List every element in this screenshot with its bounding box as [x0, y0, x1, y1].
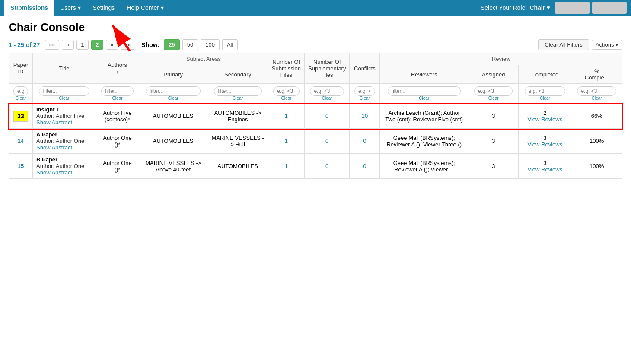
filter-primary-input[interactable] [146, 86, 201, 96]
filter-conflicts-input[interactable] [354, 86, 375, 96]
filter-conflicts-clear[interactable]: Clear [353, 96, 376, 101]
cell-conflicts-33: 10 [350, 104, 380, 129]
filter-submission-files-input[interactable] [273, 86, 299, 96]
nav-settings[interactable]: Settings [87, 0, 121, 16]
filter-assigned[interactable]: Clear [468, 84, 519, 104]
cell-supplementary-files-33: 0 [305, 104, 350, 129]
user-name [592, 2, 627, 14]
cell-completed-33: 2 View Reviews [519, 104, 571, 129]
cell-pct-15: 100% [571, 154, 622, 179]
filter-submission-files[interactable]: Clear [268, 84, 304, 104]
cell-secondary-14: MARINE VESSELS -> Hull [207, 129, 268, 154]
filter-supplementary-files-input[interactable] [310, 86, 344, 96]
cell-title-33: Insight 1 Author: Author Five Show Abstr… [33, 104, 96, 129]
paper-title-14: A Paper [36, 131, 92, 138]
filter-authors-input[interactable] [101, 86, 134, 96]
filter-pct-clear[interactable]: Clear [575, 96, 618, 101]
paper-author-14: Author: Author One [36, 138, 92, 144]
cell-paper-id-14: 14 [9, 129, 33, 154]
top-navigation: Submissions Users ▾ Settings Help Center… [0, 0, 631, 16]
avatar [555, 2, 590, 14]
filter-completed-input[interactable] [525, 86, 565, 96]
view-reviews-14[interactable]: View Reviews [522, 141, 567, 148]
filter-paper-id[interactable]: Clear [9, 84, 33, 104]
filter-secondary-clear[interactable]: Clear [211, 96, 264, 101]
filter-completed[interactable]: Clear [519, 84, 571, 104]
filter-title-clear[interactable]: Clear [36, 96, 92, 101]
filter-completed-clear[interactable]: Clear [522, 96, 567, 101]
cell-title-14: A Paper Author: Author One Show Abstract [33, 129, 96, 154]
pagination-prev[interactable]: « [62, 40, 74, 50]
cell-supplementary-files-15: 0 [305, 154, 350, 179]
role-value[interactable]: Chair ▾ [529, 4, 550, 11]
filter-supplementary-files[interactable]: Clear [305, 84, 350, 104]
col-group-subject-areas: Subject Areas [139, 53, 268, 65]
show-25[interactable]: 25 [164, 39, 179, 50]
nav-submissions[interactable]: Submissions [4, 0, 54, 16]
cell-conflicts-14: 0 [350, 129, 380, 154]
filter-title-input[interactable] [39, 86, 89, 96]
filter-secondary[interactable]: Clear [207, 84, 268, 104]
show-abstract-33[interactable]: Show Abstract [36, 119, 92, 126]
cell-paper-id-33: 33 [9, 104, 33, 129]
cell-assigned-14: 3 [468, 129, 519, 154]
pagination-info: 1 - 25 of 27 [9, 41, 40, 48]
col-group-review: Review [380, 53, 622, 65]
cell-submission-files-15: 1 [268, 154, 304, 179]
cell-authors-14: Author One ()* [96, 129, 139, 154]
pagination-first[interactable]: «« [45, 40, 59, 50]
show-100[interactable]: 100 [201, 39, 220, 50]
view-reviews-15[interactable]: View Reviews [522, 166, 567, 173]
col-group-supplementary-files: Number OfSupplementaryFiles [305, 53, 350, 84]
completed-val-15: 3 [522, 160, 567, 166]
cell-pct-33: 66% [571, 104, 622, 129]
clear-filters-button[interactable]: Clear All Filters [538, 39, 589, 50]
filter-authors-clear[interactable]: Clear [99, 96, 135, 101]
col-group-title: Title [33, 53, 96, 84]
table-row: 15 B Paper Author: Author One Show Abstr… [9, 154, 622, 179]
view-reviews-33[interactable]: View Reviews [522, 116, 567, 123]
filter-assigned-clear[interactable]: Clear [472, 96, 515, 101]
filter-authors[interactable]: Clear [96, 84, 139, 104]
pagination-page2[interactable]: 2 [91, 40, 103, 50]
role-label: Select Your Role: [481, 4, 527, 11]
cell-reviewers-33: Archie Leach (Grant); Author Two (cmt); … [380, 104, 468, 129]
filter-paper-id-input[interactable] [13, 86, 28, 96]
submissions-table: PaperID Title Authors↑ Subject Areas Num… [9, 53, 622, 179]
filter-reviewers-clear[interactable]: Clear [383, 96, 465, 101]
paper-author-33: Author: Author Five [36, 113, 92, 119]
show-abstract-15[interactable]: Show Abstract [36, 169, 92, 176]
svg-line-1 [112, 25, 130, 51]
cell-primary-14: AUTOMOBILES [139, 129, 207, 154]
cell-authors-33: Author Five (contoso)* [96, 104, 139, 129]
filter-conflicts[interactable]: Clear [350, 84, 380, 104]
filter-row: Clear Clear Clear Clear Clear [9, 84, 622, 104]
nav-users[interactable]: Users ▾ [54, 0, 86, 16]
filter-submission-clear[interactable]: Clear [272, 96, 301, 101]
filter-title[interactable]: Clear [33, 84, 96, 104]
filter-supplementary-clear[interactable]: Clear [308, 96, 346, 101]
filter-primary[interactable]: Clear [139, 84, 207, 104]
nav-help-center[interactable]: Help Center ▾ [121, 0, 170, 16]
col-reviewers: Reviewers [380, 65, 468, 84]
filter-secondary-input[interactable] [214, 86, 262, 96]
actions-button[interactable]: Actions ▾ [592, 40, 622, 50]
show-abstract-14[interactable]: Show Abstract [36, 144, 92, 151]
filter-reviewers[interactable]: Clear [380, 84, 468, 104]
show-all[interactable]: All [222, 39, 238, 50]
table-row: 14 A Paper Author: Author One Show Abstr… [9, 129, 622, 154]
filter-reviewers-input[interactable] [388, 86, 461, 96]
filter-paper-id-clear[interactable]: Clear [13, 96, 29, 101]
pagination-page1[interactable]: 1 [76, 40, 89, 50]
role-selector[interactable]: Select Your Role: Chair ▾ [481, 4, 550, 11]
filter-pct[interactable]: Clear [571, 84, 622, 104]
filter-primary-clear[interactable]: Clear [143, 96, 204, 101]
paper-id-14: 14 [18, 138, 24, 144]
show-50[interactable]: 50 [182, 39, 198, 50]
cell-reviewers-14: Geee Mail (BRSystems); Reviewer A (); Vi… [380, 129, 468, 154]
completed-val-33: 2 [522, 110, 567, 116]
table-row: 33 Insight 1 Author: Author Five Show Ab… [9, 104, 622, 129]
column-group-header-row: PaperID Title Authors↑ Subject Areas Num… [9, 53, 622, 65]
filter-assigned-input[interactable] [474, 86, 513, 96]
filter-pct-input[interactable] [577, 86, 616, 96]
